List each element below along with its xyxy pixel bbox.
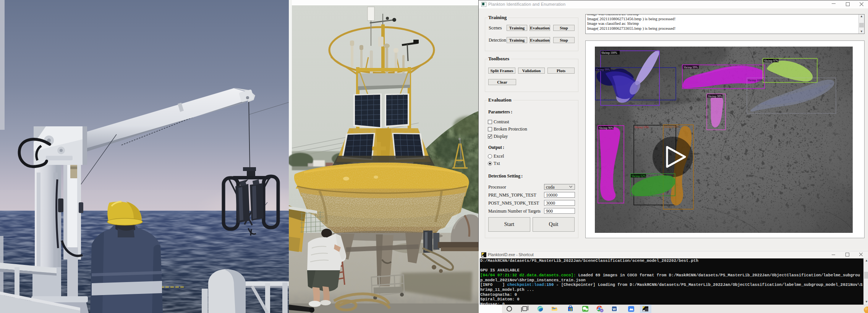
svg-text:Shrimp 99%: Shrimp 99% <box>596 68 610 71</box>
svg-text:Shrimp 97%: Shrimp 97% <box>764 59 779 63</box>
svg-text:Shrimp 98%: Shrimp 98% <box>664 125 679 129</box>
svg-text:H: H <box>601 310 602 312</box>
svg-text:Shrimp 98%: Shrimp 98% <box>708 95 722 98</box>
svg-text:Shrimp 62%: Shrimp 62% <box>632 174 646 178</box>
svg-text:Shrimp 100%: Shrimp 100% <box>601 51 617 55</box>
svg-text:Shrimp 99%: Shrimp 99% <box>635 126 649 129</box>
svg-text:Shrimp 96%: Shrimp 96% <box>599 126 614 130</box>
svg-text:Shrimp 99%: Shrimp 99% <box>683 66 698 69</box>
svg-text:Shrimp 100%: Shrimp 100% <box>748 79 763 82</box>
svg-text:W: W <box>613 307 616 311</box>
